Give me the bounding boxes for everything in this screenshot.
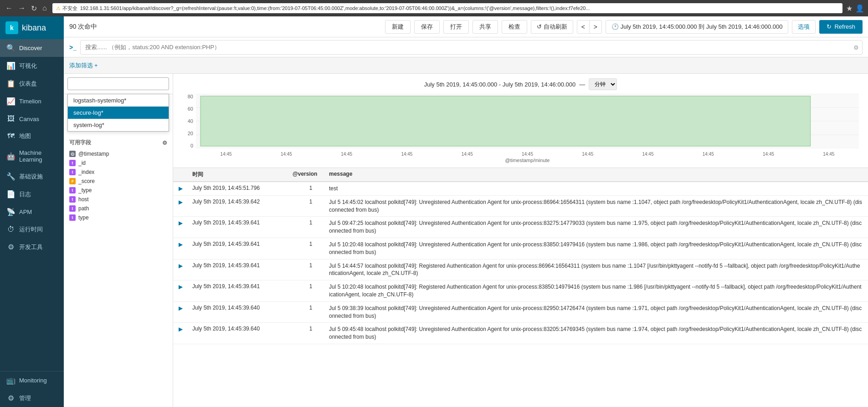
sidebar-item-management-label: 管理 [19, 394, 31, 402]
refresh-icon: ↻ [827, 23, 832, 30]
field-path[interactable]: t path [69, 204, 167, 213]
plus-icon: + [94, 62, 98, 69]
open-button[interactable]: 打开 [443, 20, 469, 34]
sidebar-item-apm[interactable]: 📡 APM [0, 203, 64, 221]
hit-count: 90 次命中 [69, 23, 97, 31]
field-type-t-icon6: t [69, 214, 76, 221]
browser-address-bar[interactable]: ⚠ 不安全 192.168.1.31:5601/app/kibana#/disc… [52, 3, 842, 13]
sidebar-item-visualize[interactable]: 📊 可视化 [0, 57, 64, 75]
row-toggle-6[interactable]: ▶ [179, 283, 192, 290]
col-message-header: message [329, 171, 863, 178]
profile-icon[interactable]: 👤 [855, 4, 864, 13]
row-toggle-5[interactable]: ▶ [179, 262, 192, 269]
field-type2-label: type [78, 214, 89, 221]
sidebar-item-management[interactable]: ⚙ 管理 [0, 389, 64, 407]
index-option-secure[interactable]: secure-log* [68, 107, 169, 119]
field-type-t-icon2: t [69, 169, 76, 175]
table-row: ▶ July 5th 2019, 14:45:39.640 1 Jul 5 09… [173, 323, 868, 344]
chart-svg [196, 94, 859, 148]
sidebar-item-dashboard[interactable]: 📋 仪表盘 [0, 75, 64, 92]
options-button[interactable]: 选项 [792, 20, 816, 34]
table-row: ▶ July 5th 2019, 14:45:39.642 1 Jul 5 14… [173, 196, 868, 217]
reload-button[interactable]: ↻ [29, 3, 39, 14]
x-label-9: 14:45 [703, 152, 714, 157]
sidebar-item-devtools-label: 开发工具 [19, 243, 43, 251]
index-search-input[interactable] [67, 77, 169, 90]
sidebar-item-timelion[interactable]: 📈 Timelion [0, 92, 64, 110]
search-gear-icon[interactable]: ⚙ [853, 44, 859, 51]
sidebar-item-uptime[interactable]: ⏱ 运行时间 [0, 221, 64, 238]
browser-icons: ★ 👤 [846, 4, 864, 13]
sidebar-item-infra[interactable]: 🔧 基础设施 [0, 168, 64, 185]
row-message-3: Jul 5 09:47:25 localhost polkitd[749]: U… [329, 219, 863, 235]
field-type2[interactable]: t type [69, 213, 167, 222]
ml-icon: 🤖 [6, 152, 15, 161]
sidebar-item-logs[interactable]: 📄 日志 [0, 185, 64, 203]
row-toggle-3[interactable]: ▶ [179, 219, 192, 226]
search-input[interactable] [80, 40, 863, 55]
row-version-2: 1 [293, 198, 329, 205]
fields-gear-icon[interactable]: ⚙ [162, 140, 167, 146]
forward-button[interactable]: → [16, 3, 27, 14]
inspect-button[interactable]: 检查 [502, 20, 527, 34]
index-option-syslog[interactable]: system-log* [68, 119, 169, 131]
field-type-t-icon4: t [69, 196, 76, 203]
clock-icon: 🕐 [611, 23, 619, 30]
row-toggle-2[interactable]: ▶ [179, 198, 192, 205]
chart-svg-container [196, 94, 859, 150]
bookmark-icon[interactable]: ★ [846, 4, 853, 13]
save-button[interactable]: 保存 [414, 20, 440, 34]
table-row: ▶ July 5th 2019, 14:45:39.641 1 Jul 5 10… [173, 280, 868, 302]
sidebar-logo: k kibana [0, 16, 64, 39]
y-axis-80: 80 [182, 94, 193, 99]
chart-header: July 5th 2019, 14:45:00.000 - July 5th 2… [182, 78, 859, 90]
row-toggle-8[interactable]: ▶ [179, 326, 192, 332]
field-score[interactable]: # _score [69, 177, 167, 186]
time-prev-button[interactable]: < [577, 20, 590, 34]
x-label-6: 14:45 [522, 152, 533, 157]
search-prompt-icon: >_ [69, 44, 77, 51]
row-toggle-4[interactable]: ▶ [179, 241, 192, 248]
row-toggle-1[interactable]: ▶ [179, 185, 192, 192]
sidebar-bottom: 📺 Monitoring ⚙ 管理 [0, 371, 64, 407]
field-index[interactable]: t _index [69, 168, 167, 177]
timelion-icon: 📈 [6, 97, 15, 106]
field-host[interactable]: t host [69, 195, 167, 204]
field-id[interactable]: t _id [69, 158, 167, 168]
auto-refresh-button[interactable]: ↺ 自动刷新 [531, 20, 573, 34]
field-type-t-icon5: t [69, 205, 76, 212]
field-index-label: _index [78, 169, 94, 175]
sidebar-item-maps[interactable]: 🗺 地图 [0, 127, 64, 145]
table-row: ▶ July 5th 2019, 14:45:39.641 1 Jul 5 09… [173, 217, 868, 238]
time-next-button[interactable]: > [589, 20, 602, 34]
field-type[interactable]: t _type [69, 186, 167, 195]
sidebar-item-monitoring[interactable]: 📺 Monitoring [0, 371, 64, 389]
chart-interval-select[interactable]: 分钟 [589, 78, 617, 90]
management-icon: ⚙ [6, 394, 15, 402]
row-time-5: July 5th 2019, 14:45:39.641 [192, 262, 293, 269]
back-button[interactable]: ← [4, 3, 15, 14]
x-label-7: 14:45 [582, 152, 593, 157]
x-label-2: 14:45 [281, 152, 292, 157]
auto-refresh-label: 自动刷新 [544, 23, 567, 31]
sidebar-item-devtools[interactable]: ⚙ 开发工具 [0, 238, 64, 256]
index-dropdown-menu: logstash-systemlog* secure-log* system-l… [67, 94, 169, 132]
sidebar-item-ml[interactable]: 🤖 Machine Learning [0, 145, 64, 168]
sidebar-item-discover[interactable]: 🔍 Discover [0, 39, 64, 57]
refresh-button[interactable]: ↻ Refresh [819, 20, 863, 34]
row-toggle-7[interactable]: ▶ [179, 305, 192, 311]
share-button[interactable]: 共享 [473, 20, 498, 34]
add-filter-button[interactable]: 添加筛选 + [69, 61, 98, 70]
home-button[interactable]: ⌂ [41, 3, 49, 14]
col-time-header: 时间 [192, 171, 293, 178]
field-timestamp[interactable]: ⊙ @timestamp [69, 149, 167, 158]
row-message-1: test [329, 185, 863, 193]
kibana-logo-text: kibana [22, 23, 46, 33]
index-option-logstash[interactable]: logstash-systemlog* [68, 94, 169, 107]
y-axis-0: 0 [182, 143, 193, 148]
sidebar-item-canvas[interactable]: 🖼 Canvas [0, 110, 64, 127]
time-range-picker[interactable]: 🕐 July 5th 2019, 14:45:000.000 到 July 5t… [606, 20, 789, 34]
new-button[interactable]: 新建 [385, 20, 411, 34]
browser-bar: ← → ↻ ⌂ ⚠ 不安全 192.168.1.31:5601/app/kiba… [0, 0, 868, 16]
sidebar-item-dashboard-label: 仪表盘 [19, 80, 37, 88]
